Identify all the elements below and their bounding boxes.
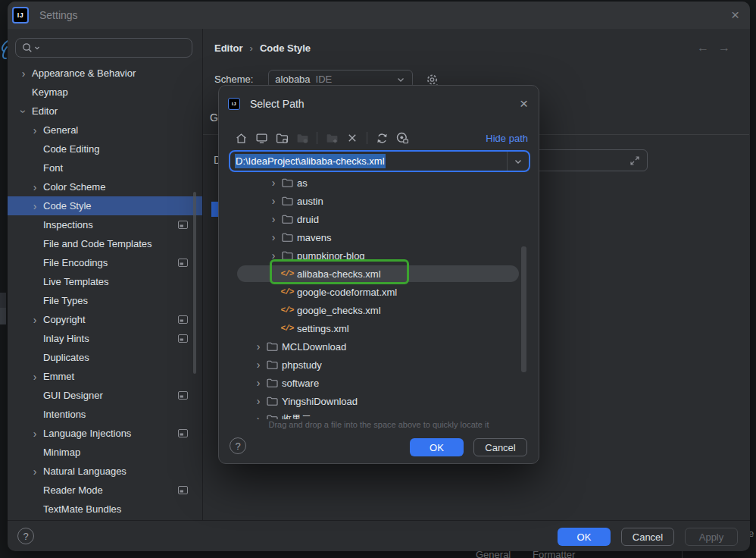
folder-phpstudy[interactable]: ›phpstudy [219, 356, 539, 374]
folder-mcldownload[interactable]: ›MCLDownload [219, 337, 539, 356]
tree-item-label: pumpkinor-blog [297, 250, 365, 262]
help-button[interactable]: ? [17, 528, 34, 544]
chevron-collapsed-icon[interactable]: › [253, 414, 264, 419]
path-input[interactable]: D:\IdeaProject\alibaba-checks.xml [229, 150, 530, 172]
folder-as[interactable]: ›as [219, 174, 539, 192]
sidebar-item-emmet[interactable]: ›Emmet [8, 367, 202, 386]
chevron-collapsed-icon[interactable]: › [268, 214, 279, 224]
modified-settings-badge-icon [178, 221, 188, 229]
folder-druid[interactable]: ›druid [219, 210, 539, 228]
path-dropdown-button[interactable] [507, 152, 529, 171]
sidebar-item-file-and-code-templates[interactable]: File and Code Templates [8, 234, 202, 253]
dialog-close-icon[interactable]: × [520, 96, 528, 111]
settings-close-icon[interactable]: × [731, 8, 739, 22]
chevron-collapsed-icon[interactable]: › [253, 359, 264, 370]
chevron-collapsed-icon[interactable]: › [268, 196, 279, 206]
sidebar-item-appearance-behavior[interactable]: ›Appearance & Behavior [8, 64, 202, 83]
sidebar-item-natural-languages[interactable]: ›Natural Languages [8, 462, 202, 481]
sidebar-item-code-style[interactable]: ›Code Style [8, 196, 202, 215]
sidebar-item-intentions[interactable]: Intentions [8, 405, 202, 424]
sidebar-item-reader-mode[interactable]: Reader Mode [8, 481, 202, 500]
chevron-collapsed-icon[interactable]: › [253, 341, 264, 352]
folder-austin[interactable]: ›austin [219, 192, 539, 210]
sidebar-item-inspections[interactable]: Inspections [8, 215, 202, 234]
scheme-label: Scheme: [214, 74, 253, 85]
sidebar-item-gui-designer[interactable]: GUI Designer [8, 386, 202, 405]
sidebar-item-live-templates[interactable]: Live Templates [8, 272, 202, 291]
dialog-ok-button[interactable]: OK [410, 438, 464, 456]
folder-yingshidownload[interactable]: ›YingshiDownload [219, 392, 539, 410]
sidebar-item-keymap[interactable]: Keymap [8, 83, 202, 102]
sidebar-item-label: Inspections [43, 219, 93, 230]
chevron-collapsed-icon[interactable]: › [253, 378, 264, 388]
sidebar-item-label: Live Templates [43, 276, 108, 287]
sidebar-item-font[interactable]: Font [8, 158, 202, 177]
back-arrow-icon[interactable]: ← [697, 41, 709, 55]
path-value: D:\IdeaProject\alibaba-checks.xml [235, 155, 386, 167]
chevron-collapsed-icon[interactable]: › [268, 177, 279, 188]
file-google-codeformat-xml[interactable]: </>google-codeformat.xml [219, 283, 539, 301]
chevron-collapsed-icon[interactable]: › [30, 315, 40, 325]
apply-button: Apply [685, 528, 738, 546]
settings-titlebar[interactable]: IJ Settings × [8, 2, 750, 29]
help-button[interactable]: ? [230, 437, 246, 454]
sidebar-item-textmate-bundles[interactable]: TextMate Bundles [8, 500, 202, 519]
chevron-collapsed-icon[interactable]: › [30, 182, 40, 193]
select-path-titlebar[interactable]: IJ Select Path × [219, 86, 539, 122]
sidebar-item-editor[interactable]: ›Editor [8, 102, 202, 121]
file-tree-scrollbar[interactable] [521, 246, 526, 372]
forward-arrow-icon[interactable]: → [718, 41, 730, 55]
show-hidden-icon[interactable] [395, 131, 409, 145]
sidebar-item-inlay-hints[interactable]: Inlay Hints [8, 329, 202, 348]
sidebar-item-copyright[interactable]: ›Copyright [8, 310, 202, 329]
chevron-collapsed-icon[interactable]: › [30, 371, 40, 382]
breadcrumb: Editor › Code Style [214, 42, 311, 54]
sidebar-item-code-editing[interactable]: Code Editing [8, 140, 202, 158]
sidebar-item-label: GUI Designer [43, 390, 103, 401]
sidebar-scrollbar[interactable] [193, 192, 196, 374]
sidebar-item-color-scheme[interactable]: ›Color Scheme [8, 177, 202, 196]
folder-item[interactable]: ›收果二 [219, 410, 539, 419]
folder-software[interactable]: ›software [219, 374, 539, 392]
sidebar-item-duplicates[interactable]: Duplicates [8, 348, 202, 367]
cancel-button[interactable]: Cancel [621, 528, 674, 546]
file-chooser-toolbar: Hide path [234, 130, 528, 146]
sidebar-item-label: Duplicates [43, 352, 89, 363]
chevron-collapsed-icon[interactable]: › [30, 125, 40, 136]
file-alibaba-checks-xml[interactable]: </>alibaba-checks.xml [219, 265, 539, 283]
expand-icon[interactable] [629, 155, 641, 167]
chevron-collapsed-icon[interactable]: › [30, 428, 40, 439]
hide-path-link[interactable]: Hide path [486, 133, 528, 144]
tree-item-label: austin [297, 196, 323, 207]
chevron-collapsed-icon[interactable]: › [268, 232, 279, 243]
sidebar-item-file-types[interactable]: File Types [8, 291, 202, 310]
folder-mavens[interactable]: ›mavens [219, 228, 539, 246]
project-directory-icon[interactable] [275, 131, 289, 145]
settings-search-input[interactable] [15, 38, 192, 58]
delete-icon[interactable] [345, 131, 359, 145]
chevron-collapsed-icon[interactable]: › [253, 396, 264, 406]
file-google-checks-xml[interactable]: </>google_checks.xml [219, 301, 539, 319]
chevron-collapsed-icon[interactable]: › [18, 68, 29, 79]
home-icon[interactable] [234, 131, 248, 145]
chevron-expanded-icon[interactable]: › [18, 106, 29, 117]
breadcrumb-editor[interactable]: Editor [214, 42, 243, 54]
ok-button[interactable]: OK [558, 528, 611, 546]
sidebar-item-file-encodings[interactable]: File Encodings [8, 253, 202, 272]
chevron-collapsed-icon[interactable]: › [30, 201, 40, 212]
chevron-down-icon [513, 156, 523, 167]
sidebar-item-language-injections[interactable]: ›Language Injections [8, 424, 202, 443]
desktop-icon[interactable] [255, 131, 268, 145]
sidebar-item-label: General [43, 124, 78, 136]
chevron-collapsed-icon[interactable]: › [268, 250, 279, 261]
sidebar-item-minimap[interactable]: Minimap [8, 443, 202, 462]
sidebar-item-general[interactable]: ›General [8, 121, 202, 140]
folder-pumpkinor-blog[interactable]: ›pumpkinor-blog [219, 246, 539, 265]
tree-item-label: 收果二 [282, 412, 311, 419]
dialog-cancel-button[interactable]: Cancel [473, 438, 527, 456]
tree-item-label: google_checks.xml [297, 305, 381, 316]
refresh-icon[interactable] [375, 131, 389, 145]
search-history-chevron-icon [34, 45, 40, 51]
chevron-collapsed-icon[interactable]: › [30, 466, 40, 477]
file-settings-xml[interactable]: </>settings.xml [219, 319, 539, 337]
